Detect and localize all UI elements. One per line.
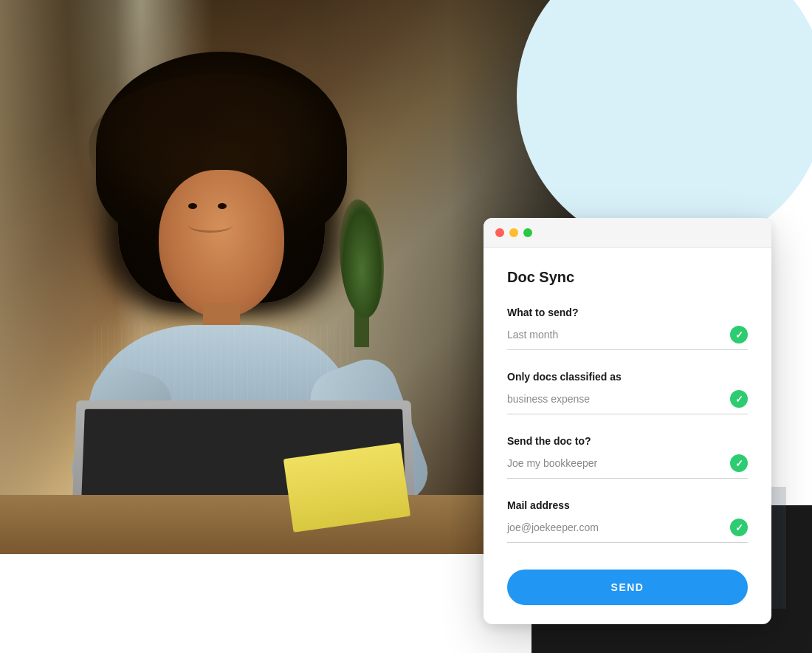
- eye-right: [218, 203, 227, 209]
- field-label-2: Only docs classified as: [507, 371, 748, 383]
- check-icon-1: [730, 326, 748, 343]
- field-value-2[interactable]: business expense: [507, 393, 730, 405]
- field-mail-address: Mail address joe@joekeeper.com: [507, 499, 748, 543]
- window-close-button[interactable]: [495, 228, 504, 237]
- plant: [340, 199, 384, 347]
- window-content: Doc Sync What to send? Last month Only d…: [484, 248, 771, 623]
- field-value-3[interactable]: Joe my bookkeeper: [507, 457, 730, 469]
- field-send-to: Send the doc to? Joe my bookkeeper: [507, 435, 748, 479]
- window-maximize-button[interactable]: [523, 228, 532, 237]
- field-input-row-1[interactable]: Last month: [507, 326, 748, 350]
- window-titlebar: [484, 218, 771, 248]
- field-input-row-4[interactable]: joe@joekeeper.com: [507, 519, 748, 543]
- window-title: Doc Sync: [507, 269, 748, 286]
- face: [159, 170, 284, 318]
- check-icon-3: [730, 454, 748, 472]
- window-minimize-button[interactable]: [509, 228, 518, 237]
- field-value-1[interactable]: Last month: [507, 329, 730, 341]
- send-button[interactable]: SEND: [507, 570, 748, 605]
- smile: [188, 218, 233, 233]
- person-figure: [74, 52, 428, 554]
- field-label-3: Send the doc to?: [507, 435, 748, 447]
- desk: [0, 495, 517, 554]
- field-what-to-send: What to send? Last month: [507, 307, 748, 350]
- field-input-row-3[interactable]: Joe my bookkeeper: [507, 454, 748, 479]
- eye-left: [188, 203, 197, 209]
- field-label-1: What to send?: [507, 307, 748, 318]
- check-icon-4: [730, 519, 748, 536]
- app-window: Doc Sync What to send? Last month Only d…: [484, 218, 771, 624]
- field-label-4: Mail address: [507, 499, 748, 511]
- field-docs-classified: Only docs classified as business expense: [507, 371, 748, 414]
- field-input-row-2[interactable]: business expense: [507, 390, 748, 414]
- check-icon-2: [730, 390, 748, 408]
- field-value-4[interactable]: joe@joekeeper.com: [507, 522, 730, 533]
